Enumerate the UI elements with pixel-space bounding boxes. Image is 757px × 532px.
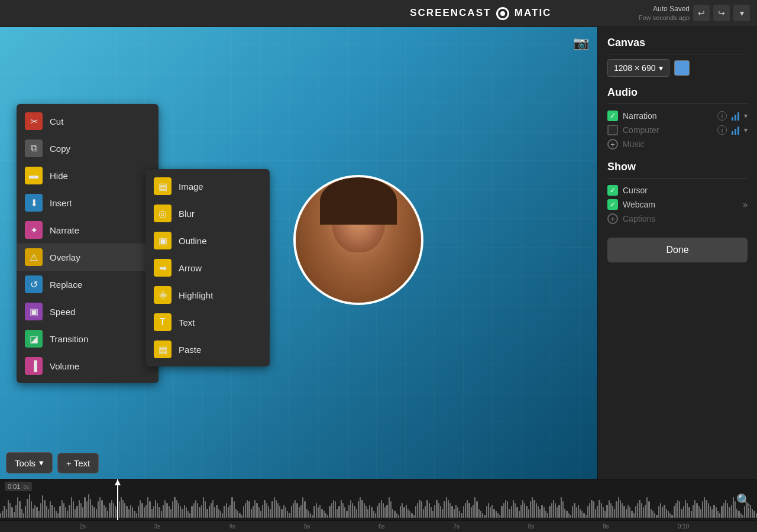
waveform-bar bbox=[446, 497, 447, 518]
show-section: Show Cursor Webcam » + Captions bbox=[607, 161, 748, 226]
computer-dropdown-arrow[interactable]: ▾ bbox=[744, 126, 748, 134]
waveform-bar bbox=[281, 509, 282, 518]
menu-item-insert[interactable]: ⬇ Insert bbox=[17, 189, 158, 216]
tools-button[interactable]: Tools ▾ bbox=[6, 452, 53, 473]
ruler-mark-4s: 4s bbox=[229, 523, 303, 530]
submenu-item-highlight[interactable]: ✙ Highlight bbox=[145, 281, 270, 309]
computer-levels-icon[interactable] bbox=[732, 125, 739, 135]
waveform-bar bbox=[668, 511, 669, 518]
waveform-bar bbox=[581, 511, 583, 518]
canvas-color-picker[interactable] bbox=[674, 60, 690, 76]
music-add-icon[interactable]: + bbox=[607, 139, 618, 150]
waveform-bar bbox=[182, 509, 183, 518]
camera-icon[interactable]: 📷 bbox=[573, 35, 589, 51]
menu-item-copy[interactable]: ⧉ Copy bbox=[17, 135, 158, 162]
more-button[interactable]: ▾ bbox=[733, 5, 750, 21]
waveform-bar bbox=[557, 507, 558, 518]
menu-item-narrate[interactable]: ✦ Narrate bbox=[17, 216, 158, 244]
undo-button[interactable]: ↩ bbox=[693, 5, 710, 21]
waveform-bar bbox=[723, 503, 724, 518]
timeline-ruler: 2s 3s 4s 5s 6s 7s 8s 9s 0:10 bbox=[0, 520, 757, 532]
waveform-bar bbox=[31, 501, 32, 518]
waveform-bar bbox=[92, 505, 93, 518]
playhead[interactable] bbox=[117, 479, 118, 520]
webcam-expand-icon[interactable]: » bbox=[743, 200, 748, 209]
waveform-bar bbox=[511, 506, 512, 518]
waveform-bar bbox=[93, 507, 95, 518]
narration-checkbox[interactable] bbox=[607, 111, 618, 121]
waveform-bar bbox=[57, 513, 59, 518]
waveform-bar bbox=[729, 507, 730, 518]
waveform-bar bbox=[454, 509, 455, 518]
waveform-bar bbox=[662, 507, 663, 518]
waveform-bar bbox=[144, 507, 145, 518]
waveform-bar bbox=[646, 497, 648, 518]
waveform-bar bbox=[268, 506, 269, 518]
tools-arrow-icon: ▾ bbox=[39, 458, 44, 468]
waveform-bar bbox=[264, 500, 265, 518]
waveform-bar bbox=[463, 506, 464, 518]
ruler-mark-9s: 9s bbox=[603, 523, 677, 530]
waveform-bar bbox=[526, 506, 527, 518]
waveform-bar bbox=[431, 507, 432, 518]
cursor-label: Cursor bbox=[623, 186, 748, 195]
submenu-item-outline[interactable]: ▣ Outline bbox=[145, 227, 270, 254]
submenu-item-blur[interactable]: ◎ Blur bbox=[145, 200, 270, 227]
narration-info-icon[interactable]: i bbox=[717, 111, 727, 121]
waveform-bar bbox=[515, 503, 516, 518]
waveform-bar bbox=[717, 511, 719, 518]
waveform-bar bbox=[291, 506, 292, 518]
redo-button[interactable]: ↪ bbox=[713, 5, 730, 21]
waveform-bar bbox=[101, 500, 102, 518]
done-button[interactable]: Done bbox=[607, 238, 748, 262]
narration-dropdown-arrow[interactable]: ▾ bbox=[744, 112, 748, 120]
waveform-bar bbox=[48, 509, 49, 518]
computer-info-icon[interactable]: i bbox=[717, 125, 727, 135]
menu-item-replace[interactable]: ↺ Replace bbox=[17, 271, 158, 298]
waveform-bar bbox=[341, 500, 342, 518]
replace-label: Replace bbox=[50, 280, 82, 290]
waveform-bar bbox=[719, 513, 720, 518]
menu-item-speed[interactable]: ▣ Speed bbox=[17, 298, 158, 325]
waveform-bar bbox=[423, 509, 424, 518]
waveform-bar bbox=[310, 513, 311, 518]
waveform-bar bbox=[467, 500, 468, 518]
narration-levels-icon[interactable] bbox=[732, 111, 739, 121]
submenu-item-text[interactable]: T Text bbox=[145, 309, 270, 336]
submenu-item-paste[interactable]: ▤ Paste bbox=[145, 336, 270, 363]
waveform-bar bbox=[158, 507, 160, 518]
add-text-button[interactable]: + Text bbox=[57, 453, 99, 473]
cursor-checkbox[interactable] bbox=[607, 185, 618, 196]
menu-item-cut[interactable]: ✂ Cut bbox=[17, 108, 158, 135]
waveform-bar bbox=[711, 509, 713, 518]
waveform-bar bbox=[568, 513, 570, 518]
canvas-size-selector[interactable]: 1208 × 690 ▾ bbox=[607, 59, 669, 77]
menu-item-overlay[interactable]: ⚠ Overlay ◀ bbox=[17, 244, 158, 271]
webcam-checkbox[interactable] bbox=[607, 199, 618, 210]
waveform-bar bbox=[276, 500, 277, 518]
timeline-search-icon[interactable]: 🔍 bbox=[736, 493, 751, 507]
waveform-bar bbox=[14, 512, 15, 518]
menu-item-volume[interactable]: ▐ Volume bbox=[17, 352, 158, 379]
overlay-icon: ⚠ bbox=[25, 248, 43, 266]
submenu-item-arrow[interactable]: ➡ Arrow bbox=[145, 254, 270, 281]
waveform-bar bbox=[654, 513, 655, 518]
waveform-bar bbox=[501, 506, 502, 518]
computer-checkbox[interactable] bbox=[607, 125, 618, 135]
waveform-bar bbox=[51, 505, 53, 518]
menu-item-transition[interactable]: ◪ Transition bbox=[17, 325, 158, 352]
menu-item-hide[interactable]: ▬ Hide bbox=[17, 162, 158, 189]
waveform-bar bbox=[338, 506, 339, 518]
waveform-bar bbox=[99, 497, 101, 518]
waveform-bar bbox=[736, 509, 737, 518]
waveform-bar bbox=[528, 509, 529, 518]
submenu-item-image[interactable]: ▤ Image bbox=[145, 173, 270, 200]
captions-add-icon[interactable]: + bbox=[607, 213, 618, 224]
waveform-bar bbox=[593, 501, 594, 518]
webcam-label: Webcam bbox=[623, 200, 738, 209]
waveform-bar bbox=[522, 500, 523, 518]
highlight-icon: ✙ bbox=[154, 286, 172, 304]
waveform-bar bbox=[111, 500, 112, 518]
waveform-bar bbox=[11, 507, 12, 518]
waveform-bar bbox=[271, 501, 273, 518]
